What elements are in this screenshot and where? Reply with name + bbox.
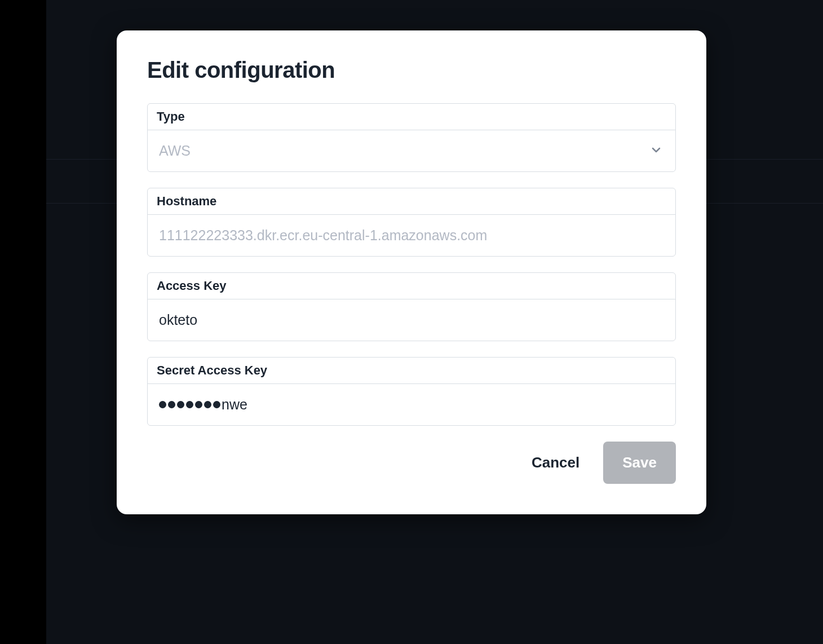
type-select[interactable]: AWS bbox=[148, 130, 675, 171]
secret-access-key-input[interactable]: nwe bbox=[148, 384, 675, 425]
type-selected-value: AWS bbox=[148, 130, 675, 171]
secret-access-key-field-group: Secret Access Key nwe bbox=[147, 357, 676, 426]
modal-title: Edit configuration bbox=[147, 58, 676, 83]
hostname-label: Hostname bbox=[148, 188, 675, 215]
save-button[interactable]: Save bbox=[603, 442, 676, 484]
cancel-button[interactable]: Cancel bbox=[532, 454, 579, 471]
access-key-input[interactable] bbox=[148, 299, 675, 341]
access-key-label: Access Key bbox=[148, 273, 675, 299]
modal-overlay: Edit configuration Type AWS Hostname Acc… bbox=[0, 0, 823, 644]
type-label: Type bbox=[148, 104, 675, 130]
type-field-group: Type AWS bbox=[147, 103, 676, 172]
modal-actions: Cancel Save bbox=[147, 442, 676, 484]
access-key-field-group: Access Key bbox=[147, 272, 676, 341]
edit-configuration-modal: Edit configuration Type AWS Hostname Acc… bbox=[117, 30, 706, 514]
hostname-field-group: Hostname bbox=[147, 188, 676, 257]
secret-access-key-label: Secret Access Key bbox=[148, 358, 675, 384]
hostname-input[interactable] bbox=[148, 215, 675, 256]
secret-access-key-value: nwe bbox=[148, 384, 675, 425]
